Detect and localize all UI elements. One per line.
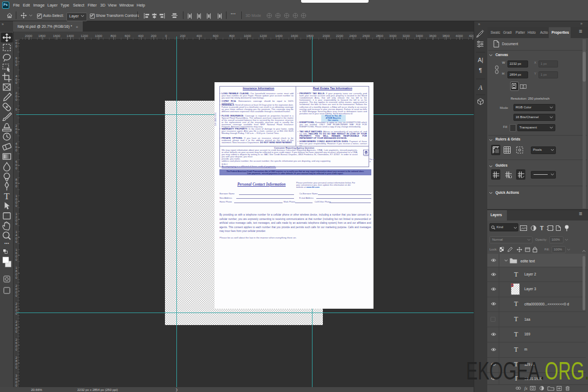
svg-text:•••: ••• <box>4 241 9 245</box>
svg-text:T: T <box>4 191 10 201</box>
svg-text:A|: A| <box>477 57 483 63</box>
svg-text:¶: ¶ <box>479 67 482 74</box>
svg-text:A: A <box>478 84 483 91</box>
svg-text:fx: fx <box>524 386 528 391</box>
svg-text:T: T <box>540 225 544 231</box>
